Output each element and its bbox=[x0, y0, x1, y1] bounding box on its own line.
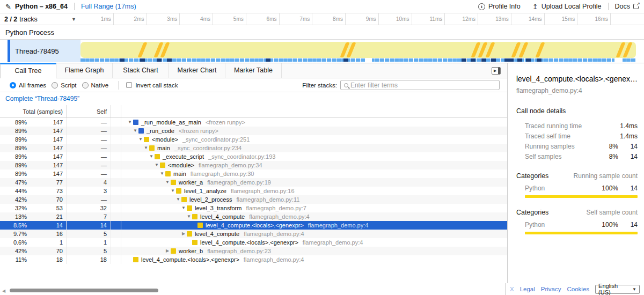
table-row[interactable]: 42%705▶worker_bflamegraph_demo.py:23 bbox=[0, 247, 507, 255]
table-row[interactable]: 89%147—▼<module>_sync_coordinator.py:251 bbox=[0, 135, 507, 144]
expander-open-icon[interactable]: ▼ bbox=[143, 144, 149, 152]
tab-call-tree[interactable]: Call Tree bbox=[0, 63, 56, 78]
expander-open-icon[interactable]: ▼ bbox=[170, 187, 176, 195]
total-samples: 147 bbox=[27, 118, 66, 127]
call-node[interactable]: level_4_compute.<locals>.<genexpr>flameg… bbox=[121, 238, 507, 247]
expander-open-icon[interactable]: ▼ bbox=[127, 118, 133, 127]
call-node[interactable]: ▼level_3_transformflamegraph_demo.py:7 bbox=[121, 204, 507, 212]
call-node[interactable]: ▼worker_aflamegraph_demo.py:19 bbox=[121, 178, 507, 187]
table-row[interactable]: 11%1818level_4_compute.<locals>.<genexpr… bbox=[0, 255, 507, 264]
privacy-link[interactable]: Privacy bbox=[541, 286, 561, 292]
expander-open-icon[interactable]: ▼ bbox=[132, 127, 138, 135]
col-self[interactable]: Self bbox=[67, 105, 111, 117]
expander-open-icon[interactable]: ▼ bbox=[148, 152, 155, 161]
tab-marker-chart[interactable]: Marker Chart bbox=[169, 63, 225, 78]
activity-band[interactable] bbox=[80, 42, 636, 58]
table-row[interactable]: 9.7%165▶level_4_computeflamegraph_demo.p… bbox=[0, 230, 507, 238]
thread-track-graph[interactable] bbox=[80, 40, 644, 62]
call-node[interactable]: ▼_run_module_as_main<frozen runpy> bbox=[121, 118, 507, 127]
language-select[interactable]: English (US) ▼ bbox=[595, 285, 640, 294]
tab-stack-chart[interactable]: Stack Chart bbox=[113, 63, 169, 78]
timeline-ruler-row: 2 / 2 tracks ▼ 1ms2ms3ms4ms5ms6ms7ms8ms9… bbox=[0, 13, 644, 25]
call-node[interactable]: ▼_run_code<frozen runpy> bbox=[121, 127, 507, 135]
category-value: 14 bbox=[618, 221, 638, 228]
call-node[interactable]: level_4_compute.<locals>.<genexpr>flameg… bbox=[121, 255, 507, 264]
expander-closed-icon[interactable]: ▶ bbox=[180, 230, 187, 238]
time-tick: 15ms bbox=[545, 13, 578, 25]
invert-call-stack-checkbox[interactable] bbox=[126, 82, 132, 88]
table-row[interactable]: 13%217▼level_4_computeflamegraph_demo.py… bbox=[0, 212, 507, 221]
detail-value: 1.4ms bbox=[618, 122, 638, 130]
radio-all-frames[interactable] bbox=[10, 82, 16, 88]
marker-slash-icon[interactable] bbox=[535, 42, 545, 57]
invert-call-stack-label: Invert call stack bbox=[135, 82, 178, 88]
profile-info-button[interactable]: i Profile Info bbox=[478, 3, 521, 10]
complete-thread-link[interactable]: Complete “Thread-78495” bbox=[5, 95, 79, 102]
call-node[interactable]: ▼level_2_processflamegraph_demo.py:11 bbox=[121, 195, 507, 204]
legal-link[interactable]: Legal bbox=[520, 286, 535, 292]
horizontal-scrollbar[interactable]: ◀ bbox=[0, 286, 507, 295]
table-row[interactable]: 89%147—▼mainflamegraph_demo.py:30 bbox=[0, 169, 507, 178]
expander-open-icon[interactable]: ▼ bbox=[175, 195, 181, 204]
function-name: level_4_compute.<locals>.<genexpr> bbox=[200, 238, 298, 247]
radio-native[interactable] bbox=[82, 82, 89, 88]
table-row[interactable]: 89%147—▼main_sync_coordinator.py:234 bbox=[0, 144, 507, 152]
call-node[interactable]: ▼level_4_computeflamegraph_demo.py:4 bbox=[121, 212, 507, 221]
table-row[interactable]: 47%774▼worker_aflamegraph_demo.py:19 bbox=[0, 178, 507, 187]
top-bar: ✎ Python – x86_64 Full Range (17ms) i Pr… bbox=[0, 0, 644, 13]
col-total-samples[interactable]: Total (samples) bbox=[0, 105, 67, 117]
thread-track-label[interactable]: Thread-78495 bbox=[10, 40, 80, 62]
call-node[interactable]: ▼main_sync_coordinator.py:234 bbox=[121, 144, 507, 152]
tracks-dropdown[interactable]: 2 / 2 tracks ▼ bbox=[0, 13, 80, 25]
file-location: <frozen runpy> bbox=[206, 118, 245, 127]
table-row[interactable]: 89%147—▼_execute_script_sync_coordinator… bbox=[0, 152, 507, 161]
expander-open-icon[interactable]: ▼ bbox=[164, 178, 171, 187]
table-row[interactable]: 42%70—▼level_2_processflamegraph_demo.py… bbox=[0, 195, 507, 204]
call-node[interactable]: ▼_execute_script_sync_coordinator.py:193 bbox=[121, 152, 507, 161]
call-node[interactable]: ▶worker_bflamegraph_demo.py:23 bbox=[121, 247, 507, 255]
full-range-link[interactable]: Full Range (17ms) bbox=[81, 3, 136, 10]
process-track-header[interactable]: Python Process bbox=[0, 25, 644, 40]
table-row[interactable]: 32%5332▼level_3_transformflamegraph_demo… bbox=[0, 204, 507, 212]
expander-open-icon[interactable]: ▼ bbox=[153, 161, 160, 169]
call-node[interactable]: level_4_compute.<locals>.<genexpr>flameg… bbox=[121, 221, 507, 230]
profiler-app: ✎ Python – x86_64 Full Range (17ms) i Pr… bbox=[0, 0, 644, 295]
category-percent: 100% bbox=[595, 221, 618, 228]
expander-open-icon[interactable]: ▼ bbox=[186, 212, 192, 221]
table-row[interactable]: 89%147—▼<module>flamegraph_demo.py:34 bbox=[0, 161, 507, 169]
table-row[interactable]: 0.6%11level_4_compute.<locals>.<genexpr>… bbox=[0, 238, 507, 247]
tab-flame-graph[interactable]: Flame Graph bbox=[56, 63, 113, 78]
table-row[interactable]: 8.5%1414level_4_compute.<locals>.<genexp… bbox=[0, 221, 507, 230]
time-ruler[interactable]: 1ms2ms3ms4ms5ms6ms7ms8ms9ms10ms11ms12ms1… bbox=[80, 13, 644, 25]
expander-open-icon[interactable]: ▼ bbox=[159, 169, 165, 178]
table-row[interactable]: 89%147—▼_run_code<frozen runpy> bbox=[0, 127, 507, 135]
expander-open-icon[interactable]: ▼ bbox=[137, 135, 144, 144]
cookies-link[interactable]: Cookies bbox=[567, 286, 590, 292]
table-row[interactable]: 44%733▼level_1_analyzeflamegraph_demo.py… bbox=[0, 187, 507, 195]
upload-profile-button[interactable]: ↥ Upload Local Profile bbox=[532, 3, 602, 11]
call-node[interactable]: ▼<module>_sync_coordinator.py:251 bbox=[121, 135, 507, 144]
filter-stacks-input[interactable] bbox=[350, 82, 499, 89]
edit-pencil-icon[interactable]: ✎ bbox=[5, 3, 11, 11]
radio-script[interactable] bbox=[52, 82, 58, 88]
gc-sample-block bbox=[471, 58, 475, 62]
call-node[interactable]: ▼level_1_analyzeflamegraph_demo.py:16 bbox=[121, 187, 507, 195]
table-row[interactable]: 89%147—▼_run_module_as_main<frozen runpy… bbox=[0, 118, 507, 127]
calltree-header: Total (samples) Self bbox=[0, 105, 507, 118]
call-node[interactable]: ▼mainflamegraph_demo.py:30 bbox=[121, 169, 507, 178]
marker-slash-icon[interactable] bbox=[137, 42, 147, 57]
call-node[interactable]: ▼<module>flamegraph_demo.py:34 bbox=[121, 161, 507, 169]
tab-marker-table[interactable]: Marker Table bbox=[225, 63, 282, 78]
sample-strip[interactable] bbox=[80, 58, 636, 62]
function-name: worker_a bbox=[179, 178, 203, 187]
gc-sample-block bbox=[526, 58, 531, 62]
expander-open-icon[interactable]: ▼ bbox=[180, 204, 187, 212]
thread-track[interactable]: Thread-78495 bbox=[0, 40, 644, 62]
footer-close-link[interactable]: X bbox=[510, 286, 514, 292]
sidebar-toggle-button[interactable]: ▶ bbox=[492, 67, 501, 75]
scrollbar-thumb[interactable] bbox=[10, 289, 158, 292]
docs-link[interactable]: Docs bbox=[615, 3, 639, 10]
scroll-left-arrow-icon[interactable]: ◀ bbox=[2, 289, 5, 293]
call-node[interactable]: ▶level_4_computeflamegraph_demo.py:4 bbox=[121, 230, 507, 238]
expander-closed-icon[interactable]: ▶ bbox=[164, 247, 171, 255]
